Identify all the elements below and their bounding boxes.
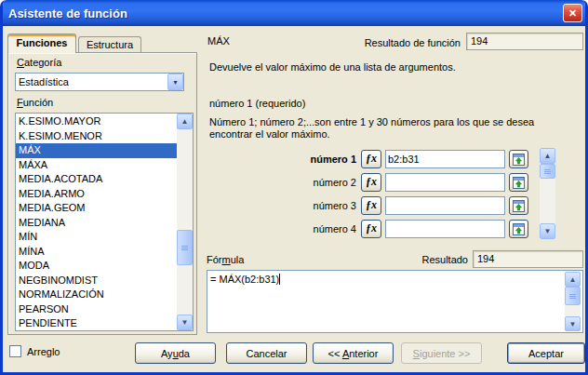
function-result-label: Resultado de función xyxy=(319,37,461,49)
function-list-item[interactable]: NORMALIZACIÓN xyxy=(16,288,177,302)
function-list-items: K.ESIMO.MAYORK.ESIMO.MENORMÁXMÁXAMEDIA.A… xyxy=(16,114,177,330)
formula-text: = MÁX(b2:b31) xyxy=(210,274,279,285)
shrink-dialog-icon[interactable] xyxy=(509,173,528,192)
next-button: Siguiente >> xyxy=(401,342,482,364)
function-list-item[interactable]: MÁX xyxy=(16,143,177,158)
function-result-field: 194 xyxy=(466,33,583,50)
back-button[interactable]: << Anterior xyxy=(313,342,394,364)
argument-title: número 1 (requerido) xyxy=(209,98,305,110)
help-button[interactable]: Ayuda xyxy=(135,342,216,364)
argument-row: número 1 ƒx xyxy=(209,150,528,168)
shrink-dialog-icon[interactable] xyxy=(509,196,528,215)
function-list-item[interactable]: K.ESIMO.MAYOR xyxy=(16,114,177,129)
function-description: Devuelve el valor máximo de una lista de… xyxy=(209,61,572,74)
scroll-up-icon[interactable]: ▲ xyxy=(540,148,555,164)
text-caret xyxy=(279,274,280,285)
accept-button[interactable]: Aceptar xyxy=(507,342,585,364)
function-list-item[interactable]: K.ESIMO.MENOR xyxy=(16,129,177,144)
function-list-item[interactable]: PEARSON xyxy=(16,302,177,317)
dialog-body: Funciones Estructura Categoría Estadísti… xyxy=(3,26,585,372)
fx-function-icon[interactable]: ƒx xyxy=(361,173,381,192)
argument-row: número 3 ƒx xyxy=(209,196,528,215)
fx-function-icon[interactable]: ƒx xyxy=(361,196,381,215)
arg2-input[interactable] xyxy=(385,173,505,192)
shrink-dialog-icon[interactable] xyxy=(509,150,528,168)
fx-function-icon[interactable]: ƒx xyxy=(361,220,381,238)
function-list-item[interactable]: MÍN xyxy=(16,230,177,245)
scrollbar-thumb[interactable] xyxy=(540,164,555,179)
function-list-item[interactable]: MÍNA xyxy=(16,245,177,260)
array-checkbox-label[interactable]: Arreglo xyxy=(27,346,60,357)
arg4-input[interactable] xyxy=(385,220,505,238)
arg1-input[interactable] xyxy=(385,150,505,168)
arguments-scrollbar[interactable]: ▲ ▼ xyxy=(540,148,555,239)
scroll-down-icon[interactable]: ▼ xyxy=(540,223,555,239)
argument-row: número 4 ƒx xyxy=(209,220,528,238)
function-list-item[interactable]: MÁXA xyxy=(16,158,177,173)
function-list-item[interactable]: MEDIA.ACOTADA xyxy=(16,172,177,187)
cancel-button[interactable]: Cancelar xyxy=(226,342,307,364)
scroll-up-icon[interactable]: ▲ xyxy=(565,272,581,287)
scrollbar-thumb[interactable] xyxy=(565,287,581,305)
arg2-label: número 2 xyxy=(209,177,356,188)
function-list-item[interactable]: MEDIANA xyxy=(16,216,177,231)
scroll-up-icon[interactable]: ▲ xyxy=(177,114,193,129)
window-title: Asistente de función xyxy=(8,7,563,20)
close-icon[interactable]: ✕ xyxy=(563,4,582,22)
arg3-input[interactable] xyxy=(385,196,505,215)
function-wizard-dialog: Asistente de función ✕ Funciones Estruct… xyxy=(0,0,588,375)
function-list-item[interactable]: PENDIENTE xyxy=(16,316,177,331)
fx-function-icon[interactable]: ƒx xyxy=(361,150,381,168)
argument-row: número 2 ƒx xyxy=(209,173,528,192)
formula-textarea[interactable]: = MÁX(b2:b31) xyxy=(207,270,583,333)
selected-function-name: MÁX xyxy=(207,35,230,47)
result-field: 194 xyxy=(473,250,583,268)
scroll-down-icon[interactable]: ▼ xyxy=(177,315,193,330)
function-list-scrollbar[interactable]: ▲ ▼ xyxy=(177,114,193,330)
scrollbar-thumb[interactable] xyxy=(177,230,193,265)
function-listbox: K.ESIMO.MAYORK.ESIMO.MENORMÁXMÁXAMEDIA.A… xyxy=(15,113,194,331)
function-list-item[interactable]: MODA xyxy=(16,259,177,274)
array-checkbox[interactable] xyxy=(9,345,21,357)
tab-funciones[interactable]: Funciones xyxy=(7,33,76,53)
function-list-item[interactable]: MEDIA.ARMO xyxy=(16,187,177,202)
scroll-down-icon[interactable]: ▼ xyxy=(565,316,581,331)
category-label: Categoría xyxy=(17,57,61,68)
shrink-dialog-icon[interactable] xyxy=(509,220,528,238)
category-value: Estadística xyxy=(16,74,167,90)
argument-help-text: Número 1; número 2;...son entre 1 y 30 n… xyxy=(209,116,555,141)
tab-estructura[interactable]: Estructura xyxy=(78,36,141,53)
arg4-label: número 4 xyxy=(209,223,356,234)
function-list-item[interactable]: MEDIA.GEOM xyxy=(16,201,177,216)
formula-scrollbar[interactable]: ▲ ▼ xyxy=(565,272,581,331)
chevron-down-icon[interactable]: ▼ xyxy=(167,74,183,90)
function-label: Función xyxy=(17,97,53,108)
category-dropdown[interactable]: Estadística ▼ xyxy=(15,73,184,91)
result-label: Resultado xyxy=(394,254,468,266)
formula-label: Fórmula xyxy=(207,254,244,266)
arg1-label: número 1 xyxy=(209,154,356,165)
arg3-label: número 3 xyxy=(209,200,356,211)
function-list-item[interactable]: NEGBINOMDIST xyxy=(16,274,177,288)
title-bar[interactable]: Asistente de función ✕ xyxy=(0,0,588,26)
